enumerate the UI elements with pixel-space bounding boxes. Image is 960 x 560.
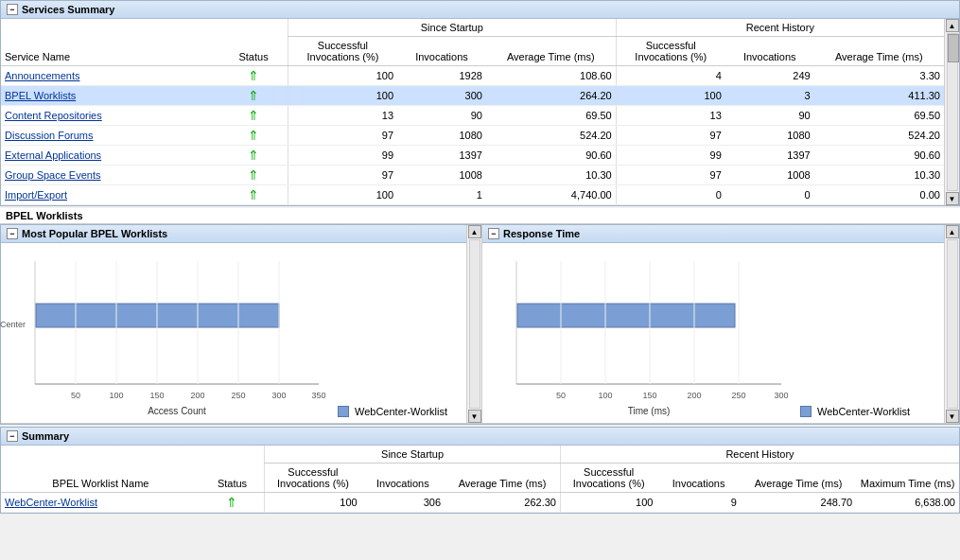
service-name-link[interactable]: BPEL Worklists: [5, 90, 76, 101]
rh-inv: 90: [725, 106, 814, 126]
sum-rh-succ-val: 100: [560, 493, 656, 513]
svg-text:Access Count: Access Count: [148, 406, 206, 416]
collapse-response-icon[interactable]: −: [488, 228, 499, 239]
ss-inv: 300: [397, 86, 486, 106]
svg-text:200: 200: [190, 391, 204, 400]
svg-text:150: 150: [149, 391, 164, 400]
ss-inv: 1928: [397, 66, 486, 86]
sum-ss-inv-val: 306: [361, 493, 445, 513]
ss-avg: 90.60: [486, 146, 616, 166]
service-row: Announcements ⇑ 100 1928 108.60 4 249 3.…: [1, 66, 944, 86]
resp-scroll-down[interactable]: ▼: [946, 410, 959, 423]
col-ss-avg: Average Time (ms): [486, 37, 616, 66]
service-row: Content Repositories ⇑ 13 90 69.50 13 90…: [1, 106, 944, 126]
col-rh-inv: Invocations: [725, 37, 814, 66]
response-chart-svg: 50 100 150 200 250 300 Time (ms): [488, 252, 791, 417]
sum-rh-max-val: 6,638.00: [856, 493, 959, 513]
services-summary-title: Services Summary: [22, 4, 114, 15]
sum-rh-succ: Successful Invocations (%): [560, 464, 656, 493]
svg-text:WebCenter: WebCenter: [0, 320, 26, 329]
rh-succ: 13: [616, 106, 725, 126]
response-chart-title: Response Time: [503, 228, 580, 239]
popular-scrollbar[interactable]: ▲ ▼: [466, 225, 481, 423]
rh-avg: 10.30: [814, 166, 944, 185]
pop-scroll-down[interactable]: ▼: [468, 410, 481, 423]
rh-succ: 0: [616, 185, 725, 205]
rh-avg: 69.50: [814, 106, 944, 126]
resp-scroll-track: [947, 239, 958, 409]
services-scrollbar[interactable]: ▲ ▼: [944, 19, 959, 205]
scroll-thumb[interactable]: [948, 34, 959, 62]
response-scrollbar[interactable]: ▲ ▼: [944, 225, 959, 423]
collapse-services-icon[interactable]: −: [7, 4, 18, 15]
ss-inv: 1008: [397, 166, 486, 185]
resp-scroll-up[interactable]: ▲: [946, 225, 959, 238]
service-name-link[interactable]: Discussion Forums: [5, 130, 94, 141]
svg-text:Time (ms): Time (ms): [628, 406, 671, 416]
col-rh-avg: Average Time (ms): [814, 37, 944, 66]
summary-name-link[interactable]: WebCenter-Worklist: [5, 497, 97, 508]
main-container: − Services Summary Service Name Status S…: [0, 0, 960, 514]
services-summary-header: − Services Summary: [1, 1, 959, 19]
service-name-link[interactable]: Announcements: [5, 70, 80, 81]
service-row: BPEL Worklists ⇑ 100 300 264.20 100 3 41…: [1, 86, 944, 106]
sum-ss-avg-val: 262.30: [445, 493, 560, 513]
service-name-link[interactable]: Import/Export: [5, 189, 67, 201]
sum-rh-avg: Average Time (ms): [741, 464, 856, 493]
ss-avg: 108.60: [486, 66, 616, 86]
rh-succ: 97: [616, 166, 725, 185]
summary-title: Summary: [22, 430, 69, 442]
sum-ss-avg: Average Time (ms): [445, 464, 560, 493]
service-name-link[interactable]: Group Space Events: [5, 169, 101, 181]
charts-row: − Most Popular BPEL Worklists WebCenter …: [1, 225, 959, 424]
summary-panel: − Summary BPEL Worklist Name Status Sinc…: [0, 427, 960, 514]
service-row: Group Space Events ⇑ 97 1008 10.30 97 10…: [1, 166, 944, 185]
pop-scroll-track: [469, 239, 480, 409]
rh-succ: 99: [616, 146, 725, 166]
collapse-popular-icon[interactable]: −: [7, 228, 18, 239]
ss-avg: 524.20: [486, 126, 616, 146]
response-chart-legend: WebCenter-Worklist: [800, 406, 923, 417]
ss-succ: 97: [288, 126, 397, 146]
popular-legend-label: WebCenter-Worklist: [355, 406, 447, 417]
scroll-down-btn[interactable]: ▼: [946, 192, 959, 205]
ss-succ: 100: [288, 66, 397, 86]
ss-inv: 1397: [397, 146, 486, 166]
response-chart-panel: − Response Time 50 100 150 200: [482, 225, 959, 423]
rh-succ: 100: [616, 86, 725, 106]
ss-succ: 97: [288, 166, 397, 185]
ss-inv: 90: [397, 106, 486, 126]
response-legend-item: WebCenter-Worklist: [800, 406, 923, 417]
services-table: Service Name Status Since Startup Recent…: [1, 19, 944, 205]
svg-text:350: 350: [311, 391, 325, 400]
collapse-summary-icon[interactable]: −: [7, 430, 18, 442]
col-recent-history-group: Recent History: [616, 19, 944, 37]
response-legend-label: WebCenter-Worklist: [817, 406, 910, 417]
pop-scroll-up[interactable]: ▲: [468, 225, 481, 238]
ss-avg: 10.30: [486, 166, 616, 185]
svg-text:50: 50: [71, 391, 80, 400]
status-arrow: ⇑: [248, 108, 259, 123]
rh-inv: 1008: [725, 166, 814, 185]
ss-avg: 264.20: [486, 86, 616, 106]
ss-succ: 99: [288, 146, 397, 166]
popular-chart-title: Most Popular BPEL Worklists: [22, 228, 167, 239]
sum-ss-inv: Invocations: [361, 464, 445, 493]
col-ss-succ-inv: Successful Invocations (%): [288, 37, 397, 66]
popular-chart-inner: WebCenter 50 100 150 200 250 300 350: [1, 243, 466, 423]
service-name-link[interactable]: External Applications: [5, 149, 101, 161]
svg-text:250: 250: [731, 391, 745, 400]
charts-panel: − Most Popular BPEL Worklists WebCenter …: [0, 224, 960, 425]
status-arrow: ⇑: [248, 68, 259, 83]
rh-inv: 1080: [725, 126, 814, 146]
sum-ss-succ-val: 100: [265, 493, 361, 513]
ss-succ: 100: [288, 185, 397, 205]
service-name-link[interactable]: Content Repositories: [5, 110, 102, 121]
response-chart-inner: 50 100 150 200 250 300 Time (ms): [482, 243, 944, 423]
scroll-up-btn[interactable]: ▲: [946, 19, 959, 32]
svg-text:300: 300: [774, 391, 788, 400]
popular-chart-panel: − Most Popular BPEL Worklists WebCenter …: [1, 225, 482, 423]
services-table-wrapper: Service Name Status Since Startup Recent…: [1, 19, 959, 205]
col-rh-succ-inv: Successful Invocations (%): [616, 37, 725, 66]
svg-text:200: 200: [687, 391, 701, 400]
